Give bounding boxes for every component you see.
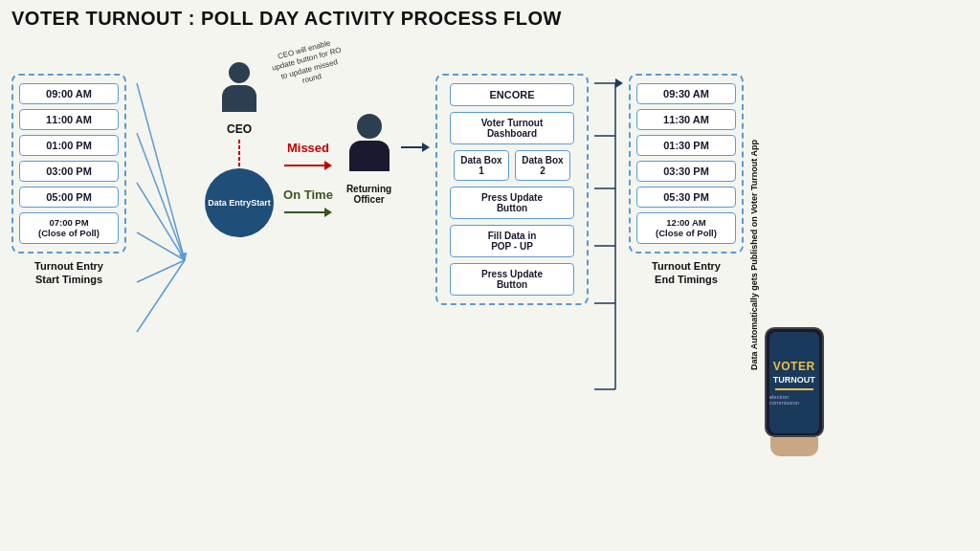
svg-marker-20 [615,78,623,88]
ro-head [357,114,382,139]
phone-screen: VOTER TURNOUT election commission [769,332,819,433]
phone-wrapper: VOTER TURNOUT election commission [765,55,824,456]
end-time-0530pm: 05:30 PM [636,187,736,208]
ceo-icon [215,62,263,120]
start-timings-box: 09:00 AM 11:00 AM 01:00 PM 03:00 PM 05:0… [11,74,126,253]
fill-data-label: Fill Data inPOP - UP [450,225,574,257]
missed-arrow [284,159,332,172]
ceo-arrow-down [238,140,240,168]
ro-body [349,141,390,171]
note-section: CEO will enable update button for RO to … [279,55,337,219]
data-boxes-row: Data Box 1 Data Box 2 [454,150,570,181]
svg-line-2 [137,183,185,260]
end-time-1200am: 12:00 AM(Close of Poll) [636,212,736,244]
encore-label: ENCORE [450,83,574,106]
phone-device: VOTER TURNOUT election commission [765,327,824,437]
missed-label: Missed [287,141,329,155]
ro-encore-arrow [401,114,430,286]
press-update-btn-2: Press UpdateButton [450,263,574,296]
ceo-note: CEO will enable update button for RO to … [266,35,350,94]
encore-end-arrows [594,55,623,514]
end-timings-label: Turnout EntryEnd Timings [652,259,721,287]
encore-section: ENCORE Voter TurnoutDashboard Data Box 1… [435,55,589,305]
svg-line-1 [137,133,185,260]
right-label: Data Automatically gets Published on Vot… [749,140,761,370]
svg-line-3 [137,232,185,260]
phone-sub: election commission [769,394,819,406]
data-box-2: Data Box 2 [515,150,570,181]
ontime-arrow [284,206,332,219]
phone-divider [775,388,813,390]
end-timings-box: 09:30 AM 11:30 AM 01:30 PM 03:30 PM 05:3… [629,74,744,253]
phone-hand [770,437,818,456]
encore-box-section: ENCORE Voter TurnoutDashboard Data Box 1… [435,74,589,305]
svg-line-0 [137,83,185,260]
dashboard-label: Voter TurnoutDashboard [450,112,574,144]
time-0500pm: 05:00 PM [19,187,119,208]
svg-marker-10 [324,208,332,217]
start-timings-label: Turnout EntryStart Timings [34,259,103,287]
start-timings-section: 09:00 AM 11:00 AM 01:00 PM 03:00 PM 05:0… [11,55,126,286]
time-arrows-svg [132,55,199,475]
data-entry-ceo-section: CEO Data EntryStart [205,55,274,237]
svg-marker-8 [324,161,332,170]
ro-section: ReturningOfficer [343,114,395,205]
ontime-label: On Time [283,187,333,202]
data-box-1: Data Box 1 [454,150,509,181]
turnout-word: TURNOUT [773,375,815,385]
page-title: VOTER TURNOUT : POLL DAY ACTIVITY PROCES… [11,8,969,30]
main-container: VOTER TURNOUT : POLL DAY ACTIVITY PROCES… [0,0,980,551]
end-time-0130pm: 01:30 PM [636,135,736,156]
ro-icon [343,114,395,181]
ceo-label: CEO [227,122,252,136]
time-0700pm: 07:00 PM(Close of Poll) [19,212,119,244]
time-0100pm: 01:00 PM [19,135,119,156]
time-0300pm: 03:00 PM [19,161,119,182]
ro-label: ReturningOfficer [346,184,391,205]
ceo-body [222,85,256,112]
time-0900: 09:00 AM [19,83,119,104]
ceo-section: CEO [215,62,263,136]
press-update-btn-1: Press UpdateButton [450,187,574,219]
end-time-0930: 09:30 AM [636,83,736,104]
voter-word: VOTER [773,360,815,373]
data-entry-circle: Data EntryStart [205,168,274,237]
svg-marker-12 [422,143,430,152]
time-1100: 11:00 AM [19,109,119,130]
end-timings-section: 09:30 AM 11:30 AM 01:30 PM 03:30 PM 05:3… [629,55,744,286]
phone-section: Data Automatically gets Published on Vot… [749,55,824,456]
end-time-1130: 11:30 AM [636,109,736,130]
ceo-head [229,62,250,83]
end-time-0330pm: 03:30 PM [636,161,736,182]
